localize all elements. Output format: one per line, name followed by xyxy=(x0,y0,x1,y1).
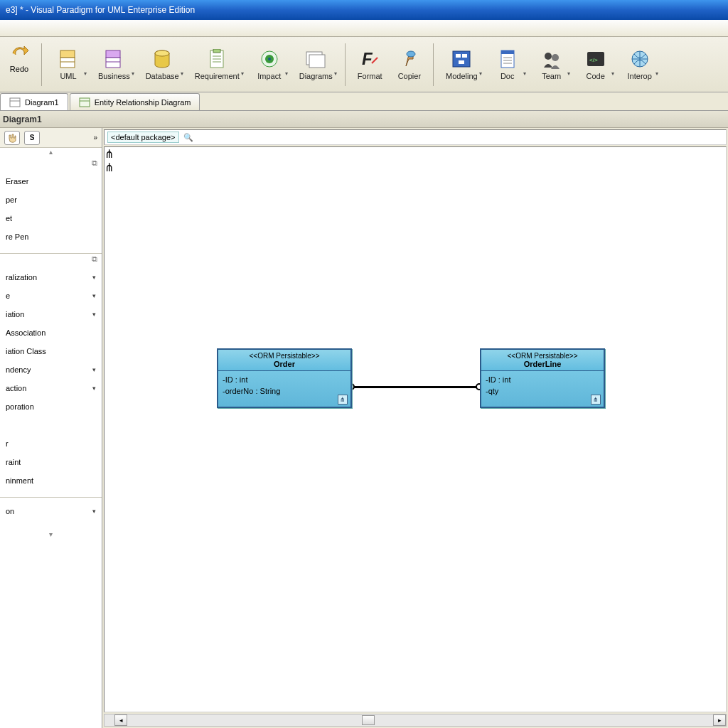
business-button[interactable]: Business ▾ xyxy=(92,42,136,87)
class-attribute[interactable]: -ID : int xyxy=(223,374,346,385)
diagram-canvas[interactable]: ⋔ ⋔ <<ORM Persistable>> Order -ID : int … xyxy=(104,146,727,712)
chevron-down-icon: ▾ xyxy=(92,311,96,318)
class-attribute[interactable]: -ID : int xyxy=(486,374,599,385)
svg-rect-20 xyxy=(453,51,470,67)
interop-icon xyxy=(629,49,651,70)
package-crumb[interactable]: <default package> xyxy=(107,132,179,143)
palette-item[interactable]: Association xyxy=(4,323,97,342)
database-button[interactable]: Database ▾ xyxy=(139,42,186,87)
search-icon[interactable]: 🔍 xyxy=(183,133,193,142)
svg-rect-3 xyxy=(106,50,120,58)
copier-button[interactable]: Copier xyxy=(392,42,427,87)
diagrams-label: Diagrams xyxy=(299,72,333,80)
class-name: Order xyxy=(223,360,346,368)
tab-diagram1[interactable]: Diagram1 xyxy=(0,93,68,110)
erd-icon xyxy=(79,97,90,107)
class-body: -ID : int -qty ⋔ xyxy=(481,371,604,407)
team-button[interactable]: Team ▾ xyxy=(531,42,572,87)
diagrams-button[interactable]: Diagrams ▾ xyxy=(293,42,339,87)
scroll-down-icon[interactable]: ▾ xyxy=(0,528,102,540)
svg-rect-4 xyxy=(106,58,120,68)
class-name: OrderLine xyxy=(486,360,599,368)
palette-item[interactable]: Eraser xyxy=(4,172,97,191)
svg-point-7 xyxy=(155,50,169,56)
palette-item[interactable]: iation Class xyxy=(4,342,97,360)
palette-section-shapes: ⧉ Eraser per et re Pen xyxy=(0,158,102,254)
palette-item[interactable]: e▾ xyxy=(4,287,97,305)
palette-item[interactable]: iation▾ xyxy=(4,305,97,323)
format-icon: F xyxy=(359,49,380,70)
palette-item[interactable]: raint xyxy=(4,453,97,471)
select-chip[interactable]: S xyxy=(24,131,40,145)
code-icon: </> xyxy=(585,49,606,70)
doc-button[interactable]: Doc ▾ xyxy=(487,42,528,87)
code-button[interactable]: </> Code ▾ xyxy=(575,42,616,87)
impact-button[interactable]: Impact ▾ xyxy=(249,42,290,87)
palette-item[interactable] xyxy=(4,416,97,434)
dropdown-icon: ▾ xyxy=(655,70,658,77)
workspace: S » ▴ ⧉ Eraser per et re Pen ⧉ ralizatio… xyxy=(0,128,728,728)
scroll-right-button[interactable]: ▸ xyxy=(713,714,726,726)
requirement-button[interactable]: Requirement ▾ xyxy=(188,42,246,87)
uml-label: UML xyxy=(60,72,76,80)
code-label: Code xyxy=(587,72,605,80)
dropdown-icon: ▾ xyxy=(285,70,288,77)
hand-tool-icon[interactable] xyxy=(4,131,20,145)
palette-header[interactable]: S » xyxy=(0,128,102,148)
business-icon xyxy=(103,49,124,70)
class-order[interactable]: <<ORM Persistable>> Order -ID : int -ord… xyxy=(217,348,352,408)
dropdown-icon: ▾ xyxy=(132,70,134,77)
palette-item[interactable]: re Pen xyxy=(4,228,97,246)
tab-erd[interactable]: Entity Relationship Diagram xyxy=(70,93,200,110)
svg-rect-22 xyxy=(462,54,467,58)
role-toggle-icon[interactable]: ⋔ xyxy=(105,161,726,174)
diagram-tabs: Diagram1 Entity Relationship Diagram xyxy=(0,92,728,111)
horizontal-scrollbar[interactable]: ◂ ▸ xyxy=(104,714,727,727)
dropdown-icon: ▾ xyxy=(241,70,244,77)
compartment-toggle-icon[interactable]: ⋔ xyxy=(591,395,601,405)
section-grip[interactable]: ⧉ xyxy=(0,254,102,264)
uml-button[interactable]: UML ▾ xyxy=(48,42,89,87)
role-toggle-icon[interactable]: ⋔ xyxy=(105,147,726,161)
svg-text:F: F xyxy=(362,49,373,68)
palette-item[interactable]: per xyxy=(4,191,97,209)
palette-item[interactable]: on▾ xyxy=(4,502,97,520)
palette-item[interactable]: action▾ xyxy=(4,379,97,397)
toolbar-separator xyxy=(433,43,434,86)
class-attribute[interactable]: -orderNo : String xyxy=(223,385,346,397)
breadcrumb[interactable]: <default package> 🔍 xyxy=(104,129,727,145)
format-label: Format xyxy=(358,72,382,80)
modeling-button[interactable]: Modeling ▾ xyxy=(439,42,484,87)
class-stereotype: <<ORM Persistable>> xyxy=(223,352,346,360)
palette-item[interactable]: poration xyxy=(4,397,97,416)
interop-label: Interop xyxy=(628,72,652,80)
class-orderline[interactable]: <<ORM Persistable>> OrderLine -ID : int … xyxy=(480,348,605,408)
interop-button[interactable]: Interop ▾ xyxy=(619,42,660,87)
impact-label: Impact xyxy=(257,72,281,80)
palette-item[interactable]: ndency▾ xyxy=(4,360,97,379)
palette-item[interactable]: ninment xyxy=(4,471,97,490)
scroll-up-icon[interactable]: ▴ xyxy=(0,148,102,158)
dropdown-icon: ▾ xyxy=(523,70,526,77)
svg-rect-36 xyxy=(80,98,90,107)
class-stereotype: <<ORM Persistable>> xyxy=(486,352,599,360)
compartment-toggle-icon[interactable]: ⋔ xyxy=(338,395,348,405)
menubar[interactable] xyxy=(0,20,728,37)
dropdown-icon: ▾ xyxy=(84,70,87,77)
class-attribute[interactable]: -qty xyxy=(486,385,599,397)
scroll-track[interactable] xyxy=(127,714,713,726)
expand-icon[interactable]: » xyxy=(93,134,97,141)
format-button[interactable]: F Format xyxy=(351,42,389,87)
palette-item[interactable]: ralization▾ xyxy=(4,268,97,287)
association-connector[interactable] xyxy=(352,386,480,388)
class-diagram-icon xyxy=(9,97,21,107)
scroll-thumb[interactable] xyxy=(362,715,375,725)
section-grip[interactable]: ⧉ xyxy=(0,158,102,168)
redo-button[interactable]: Redo xyxy=(3,42,36,87)
chevron-down-icon: ▾ xyxy=(92,508,96,515)
scroll-left-button[interactable]: ◂ xyxy=(114,714,127,726)
canvas-area: <default package> 🔍 ⋔ ⋔ <<ORM Persistabl… xyxy=(102,128,728,728)
palette-section-relations: ⧉ ralization▾ e▾ iation▾ Association iat… xyxy=(0,254,102,498)
palette-item[interactable]: et xyxy=(4,209,97,228)
palette-item[interactable]: r xyxy=(4,434,97,453)
